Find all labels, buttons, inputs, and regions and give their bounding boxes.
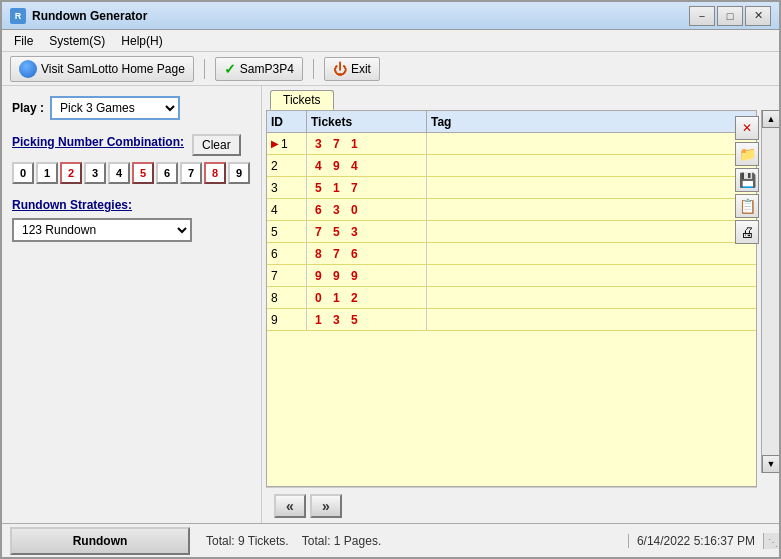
picking-label: Picking Number Combination:	[12, 135, 184, 149]
num-btn-6[interactable]: 6	[156, 162, 178, 184]
cell-tag-8	[427, 287, 756, 308]
window-icon: R	[10, 8, 26, 24]
save-button[interactable]: 💾	[735, 168, 759, 192]
resize-grip[interactable]: ⋱	[763, 533, 779, 549]
cell-tickets-4: 6 3 0	[307, 199, 427, 220]
menu-bar: File System(S) Help(H)	[2, 30, 779, 52]
cell-tickets-1: 3 7 1	[307, 133, 427, 154]
table-row[interactable]: 3 5 1 7	[267, 177, 756, 199]
table-row[interactable]: 7 9 9 9	[267, 265, 756, 287]
window-title: Rundown Generator	[32, 9, 689, 23]
col-header-tag: Tag	[427, 111, 756, 132]
title-bar: R Rundown Generator − □ ✕	[2, 2, 779, 30]
vertical-scrollbar[interactable]: ▲ ▼	[761, 110, 779, 473]
maximize-button[interactable]: □	[717, 6, 743, 26]
menu-system[interactable]: System(S)	[41, 32, 113, 50]
visit-home-button[interactable]: Visit SamLotto Home Page	[10, 56, 194, 82]
exit-icon: ⏻	[333, 61, 347, 77]
num-btn-5[interactable]: 5	[132, 162, 154, 184]
rundown-section: Rundown Strategies: 123 Rundown	[12, 198, 251, 242]
check-icon: ✓	[224, 61, 236, 77]
num-btn-2[interactable]: 2	[60, 162, 82, 184]
table-row[interactable]: 8 0 1 2	[267, 287, 756, 309]
cell-id-5: 5	[267, 221, 307, 242]
exit-label: Exit	[351, 62, 371, 76]
samp3p4-button[interactable]: ✓ SamP3P4	[215, 57, 303, 81]
num-btn-7[interactable]: 7	[180, 162, 202, 184]
table-row[interactable]: 5 7 5 3	[267, 221, 756, 243]
table-row[interactable]: ▶1 3 7 1	[267, 133, 756, 155]
open-button[interactable]: 📁	[735, 142, 759, 166]
cell-tickets-3: 5 1 7	[307, 177, 427, 198]
print-button[interactable]: 🖨	[735, 220, 759, 244]
table-row[interactable]: 9 1 3 5	[267, 309, 756, 331]
close-button[interactable]: ✕	[745, 6, 771, 26]
cell-id-3: 3	[267, 177, 307, 198]
pages-count: Total: 1 Pages.	[302, 534, 381, 548]
cell-id-4: 4	[267, 199, 307, 220]
visit-home-label: Visit SamLotto Home Page	[41, 62, 185, 76]
next-page-button[interactable]: »	[310, 494, 342, 518]
cell-tag-2	[427, 155, 756, 176]
cell-tickets-5: 7 5 3	[307, 221, 427, 242]
cell-tag-1	[427, 133, 756, 154]
scroll-up-button[interactable]: ▲	[762, 110, 779, 128]
cell-tag-3	[427, 177, 756, 198]
main-content: Play : Pick 3 Games Picking Number Combi…	[2, 86, 779, 523]
table-row[interactable]: 4 6 3 0	[267, 199, 756, 221]
toolbar-divider-1	[204, 59, 205, 79]
scroll-down-button[interactable]: ▼	[762, 455, 779, 473]
row-arrow-icon: ▶	[271, 138, 279, 149]
menu-help[interactable]: Help(H)	[113, 32, 170, 50]
prev-page-button[interactable]: «	[274, 494, 306, 518]
cell-tickets-6: 8 7 6	[307, 243, 427, 264]
picking-section: Picking Number Combination: Clear 0 1 2 …	[12, 134, 251, 184]
main-window: R Rundown Generator − □ ✕ File System(S)…	[0, 0, 781, 559]
clear-button[interactable]: Clear	[192, 134, 241, 156]
navigation-area: « »	[266, 487, 757, 523]
menu-file[interactable]: File	[6, 32, 41, 50]
left-panel: Play : Pick 3 Games Picking Number Combi…	[2, 86, 262, 523]
rundown-select[interactable]: 123 Rundown	[12, 218, 192, 242]
cell-tickets-2: 4 9 4	[307, 155, 427, 176]
cell-tag-4	[427, 199, 756, 220]
samp3p4-label: SamP3P4	[240, 62, 294, 76]
rundown-label: Rundown Strategies:	[12, 198, 251, 212]
table-body: ▶1 3 7 1 2 4 9 4 3 5 1 7	[267, 133, 756, 486]
copy-button[interactable]: 📋	[735, 194, 759, 218]
tab-tickets[interactable]: Tickets	[270, 90, 334, 110]
num-btn-4[interactable]: 4	[108, 162, 130, 184]
col-header-tickets: Tickets	[307, 111, 427, 132]
bottom-bar: Rundown Total: 9 Tickets. Total: 1 Pages…	[2, 523, 779, 557]
tickets-count: Total: 9 Tickets.	[206, 534, 289, 548]
num-btn-3[interactable]: 3	[84, 162, 106, 184]
cell-id-1: ▶1	[267, 133, 307, 154]
status-tickets: Total: 9 Tickets. Total: 1 Pages.	[198, 534, 628, 548]
cell-tickets-8: 0 1 2	[307, 287, 427, 308]
delete-button[interactable]: ✕	[735, 116, 759, 140]
exit-button[interactable]: ⏻ Exit	[324, 57, 380, 81]
minimize-button[interactable]: −	[689, 6, 715, 26]
cell-id-7: 7	[267, 265, 307, 286]
rundown-button[interactable]: Rundown	[10, 527, 190, 555]
cell-tickets-9: 1 3 5	[307, 309, 427, 330]
scroll-track[interactable]	[762, 128, 779, 455]
num-btn-9[interactable]: 9	[228, 162, 250, 184]
cell-tag-9	[427, 309, 756, 330]
cell-tag-5	[427, 221, 756, 242]
table-row[interactable]: 2 4 9 4	[267, 155, 756, 177]
toolbar: Visit SamLotto Home Page ✓ SamP3P4 ⏻ Exi…	[2, 52, 779, 86]
number-buttons: 0 1 2 3 4 5 6 7 8 9	[12, 162, 251, 184]
cell-tag-6	[427, 243, 756, 264]
window-controls: − □ ✕	[689, 6, 771, 26]
cell-tag-7	[427, 265, 756, 286]
num-btn-0[interactable]: 0	[12, 162, 34, 184]
table-row[interactable]: 6 8 7 6	[267, 243, 756, 265]
cell-id-9: 9	[267, 309, 307, 330]
play-select[interactable]: Pick 3 Games	[50, 96, 180, 120]
num-btn-8[interactable]: 8	[204, 162, 226, 184]
num-btn-1[interactable]: 1	[36, 162, 58, 184]
play-label: Play :	[12, 101, 44, 115]
right-panel: Tickets ID Tickets Tag ▶1 3 7 1	[262, 86, 779, 523]
status-datetime: 6/14/2022 5:16:37 PM	[628, 534, 763, 548]
